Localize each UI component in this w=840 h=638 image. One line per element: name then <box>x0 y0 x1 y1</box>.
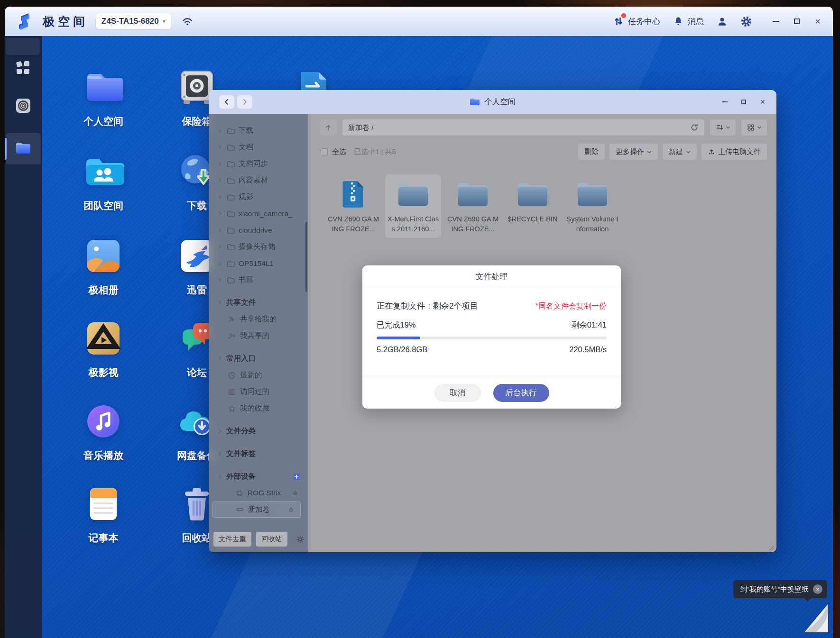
maximize-button[interactable] <box>792 17 802 26</box>
fm-sidebar-footer: 文件去重 回收站 <box>213 532 308 547</box>
chevron-right-icon[interactable] <box>217 228 222 233</box>
eject-icon[interactable] <box>287 506 295 513</box>
more-actions-button[interactable]: 更多操作 <box>609 144 658 160</box>
chevron-right-icon[interactable] <box>217 261 222 266</box>
chevron-right-icon[interactable] <box>217 277 222 283</box>
select-all-checkbox[interactable] <box>321 148 328 155</box>
up-directory-button[interactable] <box>320 119 337 136</box>
sidebar-item-共享给我的[interactable]: 共享给我的 <box>209 311 308 328</box>
sidebar-section-外部设备[interactable]: 外部设备 <box>209 468 308 485</box>
chevron-right-icon[interactable] <box>217 428 222 434</box>
sidebar-section-共享文件[interactable]: 共享文件 <box>209 294 308 311</box>
chevron-right-icon[interactable] <box>217 145 222 150</box>
view-mode-button[interactable] <box>741 119 767 136</box>
toast-close-icon[interactable]: × <box>813 584 822 594</box>
chevron-right-icon[interactable] <box>217 244 222 249</box>
sidebar-folder-文档同步[interactable]: 文档同步 <box>209 155 308 172</box>
sidebar-folder-clouddrive[interactable]: clouddrive <box>209 222 308 238</box>
upload-button[interactable]: 上传电脑文件 <box>702 144 767 160</box>
desktop-icon-音乐播放[interactable]: 音乐播放 <box>68 399 139 462</box>
fm-close-button[interactable]: × <box>758 98 767 106</box>
select-all-label[interactable]: 全选 <box>332 147 346 156</box>
sidebar-item-label: 共享给我的 <box>240 314 277 324</box>
size-progress: 5.2GB/26.8GB <box>377 345 427 354</box>
sidebar-section-文件分类[interactable]: 文件分类 <box>209 423 308 439</box>
file-grid: CVN Z690 GA MING FROZE...X-Men.First.Cla… <box>325 174 620 238</box>
desktop-icon-团队空间[interactable]: 团队空间 <box>68 149 139 212</box>
add-device-icon[interactable] <box>292 473 301 481</box>
window-resize-handle[interactable] <box>767 544 774 550</box>
folder-icon <box>447 179 499 210</box>
rail-disc-button[interactable] <box>5 97 42 115</box>
sidebar-device-新加卷[interactable]: 新加卷 <box>212 501 301 518</box>
desktop-icon-极相册[interactable]: 极相册 <box>68 233 139 297</box>
sidebar-folder-下载[interactable]: 下载 <box>209 122 308 139</box>
fm-maximize-button[interactable] <box>739 98 748 106</box>
refresh-icon[interactable] <box>690 123 699 132</box>
sort-button[interactable] <box>710 119 736 136</box>
settings-button[interactable] <box>740 16 752 27</box>
sidebar-scrollbar[interactable] <box>305 222 307 292</box>
chevron-right-icon[interactable] <box>217 128 222 133</box>
sidebar-item-访问过的[interactable]: 访问过的 <box>209 383 308 400</box>
time-remaining: 剩余01:41 <box>572 320 607 330</box>
chevron-right-icon[interactable] <box>217 300 222 305</box>
sidebar-item-最新的[interactable]: 最新的 <box>209 367 308 383</box>
desktop-icon-label: 极相册 <box>68 283 139 297</box>
fm-pathbar: 新加卷 / <box>308 119 776 136</box>
app-topbar: 极空间 Z4S-TA15-6820 ▾ 任务中心 <box>5 7 833 36</box>
forward-button[interactable] <box>237 95 252 109</box>
sidebar-item-我的收藏[interactable]: 我的收藏 <box>209 400 308 417</box>
sidebar-section-文件标签[interactable]: 文件标签 <box>209 446 308 462</box>
sidebar-device-ROG Strix[interactable]: ROG Strix <box>209 485 308 501</box>
file-item[interactable]: $RECYCLE.BIN <box>505 174 561 238</box>
minimize-button[interactable] <box>771 17 781 26</box>
chevron-right-icon[interactable] <box>217 474 222 479</box>
task-center-button[interactable]: 任务中心 <box>613 16 660 27</box>
sidebar-folder-文档[interactable]: 文档 <box>209 139 308 155</box>
sidebar-folder-观影[interactable]: 观影 <box>209 189 308 205</box>
new-button[interactable]: 新建 <box>663 144 697 160</box>
sidebar-item-我共享的[interactable]: 我共享的 <box>209 328 308 344</box>
close-button[interactable]: × <box>813 17 822 26</box>
rail-apps-button[interactable] <box>5 59 42 77</box>
chevron-right-icon[interactable] <box>217 356 222 361</box>
sidebar-folder-OP5154L1[interactable]: OP5154L1 <box>209 255 308 272</box>
file-item[interactable]: CVN Z690 GA MING FROZE... <box>445 174 501 238</box>
sidebar-section-常用入口[interactable]: 常用入口 <box>209 350 308 367</box>
sidebar-folder-摄像头存储[interactable]: 摄像头存储 <box>209 238 308 255</box>
eject-icon[interactable] <box>292 490 299 497</box>
sidebar-folder-label: 文档 <box>239 142 253 152</box>
path-input[interactable]: 新加卷 / <box>342 119 704 136</box>
chevron-right-icon[interactable] <box>217 161 222 166</box>
messages-button[interactable]: 消息 <box>673 16 704 27</box>
device-selector[interactable]: Z4S-TA15-6820 ▾ <box>96 13 171 29</box>
file-item[interactable]: System Volume Information <box>564 174 620 238</box>
wifi-icon[interactable] <box>181 15 194 27</box>
chevron-right-icon[interactable] <box>217 211 222 216</box>
desktop-icon-记事本[interactable]: 记事本 <box>68 481 139 545</box>
sidebar-folder-书籍[interactable]: 书籍 <box>209 272 308 288</box>
chevron-right-icon[interactable] <box>217 194 222 200</box>
fm-minimize-button[interactable] <box>720 98 729 106</box>
wallpaper-page-curl[interactable] <box>802 599 829 633</box>
desktop-icon-个人空间[interactable]: 个人空间 <box>68 64 139 128</box>
back-button[interactable] <box>219 95 234 109</box>
recycle-button[interactable]: 回收站 <box>256 532 287 547</box>
chevron-right-icon[interactable] <box>217 451 222 456</box>
dedupe-button[interactable]: 文件去重 <box>213 532 251 547</box>
sidebar-item-label: 最新的 <box>240 370 262 380</box>
run-in-background-button[interactable]: 后台执行 <box>493 384 549 402</box>
sidebar-settings-button[interactable] <box>292 532 308 547</box>
file-item[interactable]: CVN Z690 GA MING FROZE... <box>325 174 381 238</box>
file-item[interactable]: X-Men.First.Class.2011.2160... <box>385 174 441 238</box>
sidebar-folder-xiaomi_camera_[interactable]: xiaomi_camera_ <box>209 205 308 222</box>
rail-files-button[interactable] <box>5 139 42 157</box>
delete-button[interactable]: 删除 <box>578 144 605 160</box>
desktop-icon-极影视[interactable]: 极影视 <box>68 316 139 379</box>
chevron-right-icon[interactable] <box>217 178 222 183</box>
cancel-button[interactable]: 取消 <box>434 384 481 402</box>
sidebar-folder-内容素材[interactable]: 内容素材 <box>209 172 308 189</box>
user-button[interactable] <box>716 16 728 27</box>
progress-fill <box>377 337 420 339</box>
